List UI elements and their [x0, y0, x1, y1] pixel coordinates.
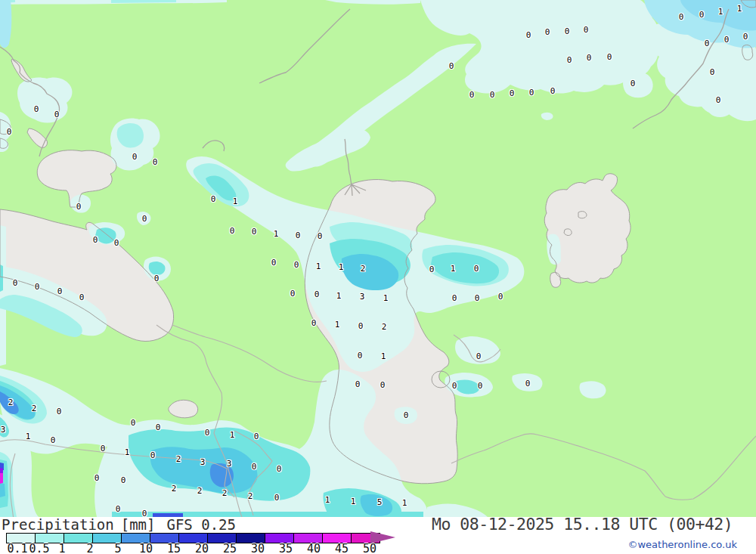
precip-value-label: 0 [57, 407, 62, 416]
precip-value-label: 0 [510, 89, 515, 97]
precip-value-label: 0 [716, 96, 721, 104]
precip-value-label: 0 [296, 231, 301, 240]
precip-value-label: 0 [101, 444, 106, 453]
legend-tick-label: 10 [139, 542, 153, 554]
precip-value-label: 0 [150, 451, 156, 460]
precip-value-label: 0 [679, 13, 684, 21]
precip-level-40 [0, 473, 3, 484]
precip-value-label: 0 [7, 128, 12, 136]
precip-value-label: 0 [526, 31, 531, 39]
precip-value-label: 2 [176, 455, 181, 463]
precip-value-label: 0 [490, 91, 495, 99]
precip-value-label: 2 [32, 404, 37, 413]
legend-tick-label: 40 [307, 542, 321, 554]
precip-value-label: 1 [230, 431, 235, 439]
precip-value-label: 0 [567, 56, 572, 64]
legend-tick-label: 5 [114, 542, 121, 554]
precip-value-label: 1 [402, 499, 407, 507]
legend-unit: [mm] [121, 516, 156, 533]
precip-value-label: 0 [710, 68, 715, 76]
precip-value-label: 0 [380, 381, 386, 389]
precip-value-label: 0 [252, 463, 257, 471]
precip-value-label: 0 [57, 287, 63, 296]
precip-value-label: 1 [233, 197, 238, 206]
legend-model: GFS 0.25 [166, 516, 236, 533]
precip-value-label: 1 [718, 8, 723, 16]
precip-value-label: 0 [142, 215, 147, 223]
precip-value-label: 3 [360, 292, 365, 301]
legend-tick-label: 35 [279, 542, 293, 554]
precip-value-label: 3 [200, 458, 206, 466]
precip-value-label: 1 [351, 497, 356, 506]
precip-value-label: 0 [584, 26, 589, 34]
precip-value-label: 2 [382, 323, 387, 331]
precip-value-label: 0 [35, 283, 40, 291]
precip-value-label: 0 [358, 351, 363, 360]
legend-tick-label: 25 [223, 542, 237, 554]
precip-value-label: 1 [383, 294, 389, 302]
precip-value-label: 0 [277, 465, 282, 473]
precip-value-label: 0 [230, 227, 235, 235]
precip-value-label: 0 [529, 88, 534, 97]
precip-value-label: 1 [339, 263, 344, 271]
precip-value-label: 0 [404, 411, 409, 419]
precip-value-label: 0 [565, 27, 570, 36]
precip-value-label: 0 [79, 293, 85, 302]
precip-value-label: 0 [476, 352, 482, 361]
precip-value-label: 0 [587, 54, 592, 62]
precip-value-label: 1 [737, 5, 742, 13]
precip-value-label: 0 [452, 382, 457, 390]
precip-value-label: 0 [545, 28, 550, 36]
legend-tick-label: 1 [58, 542, 65, 554]
precip-value-label: 0 [724, 36, 730, 44]
precip-value-label: 0 [699, 11, 705, 19]
precip-value-label: 1 [316, 262, 321, 271]
precip-value-label: 0 [478, 382, 483, 390]
precip-value-label: 0 [34, 105, 39, 113]
credit-link[interactable]: ©weatheronline.co.uk [627, 539, 737, 550]
precip-value-label: 0 [156, 423, 161, 432]
precip-value-label: 0 [290, 289, 296, 298]
precip-value-label: 0 [205, 429, 210, 437]
precip-value-label: 0 [114, 239, 119, 247]
precip-value-label: 0 [274, 494, 280, 502]
precip-value-label: 1 [26, 432, 31, 441]
precip-value-label: 0 [452, 294, 457, 302]
precip-value-label: 0 [54, 110, 60, 119]
precip-value-label: 0 [51, 436, 56, 444]
precip-value-label: 0 [76, 203, 82, 211]
precip-value-label: 0 [525, 379, 531, 388]
legend-tick-label: 50 [363, 542, 376, 554]
precip-value-label: 3 [1, 426, 6, 434]
legend-tick-label: 45 [335, 542, 349, 554]
precip-value-label: 0 [121, 476, 126, 484]
legend-tick-label: 15 [167, 542, 181, 554]
precip-value-label: 0 [271, 258, 277, 267]
precip-value-label: 1 [451, 265, 456, 273]
precip-value-label: 0 [607, 53, 612, 61]
precip-value-label: 1 [125, 448, 130, 457]
precip-value-label: 0 [314, 290, 320, 299]
precip-value-label: 0 [153, 158, 158, 166]
precip-value-label: 0 [132, 153, 138, 161]
precip-value-label: 0 [429, 265, 435, 274]
precip-value-label: 0 [355, 380, 361, 388]
precip-value-label: 0 [254, 432, 259, 441]
legend-tick-label: 0.5 [29, 542, 49, 554]
precip-value-label: 0 [550, 87, 556, 95]
precip-value-label: 1 [381, 352, 386, 361]
precip-value-label: 0 [475, 294, 480, 302]
precip-value-label: 2 [8, 398, 14, 407]
precip-value-label: 0 [131, 419, 136, 427]
precip-value-label: 0 [154, 274, 160, 283]
precip-value-label: 0 [211, 195, 216, 203]
precip-value-label: 1 [274, 230, 279, 238]
legend-tick-label: 30 [251, 542, 265, 554]
precip-level-30 [0, 468, 3, 473]
map-canvas [0, 0, 756, 517]
precip-value-label: 5 [377, 498, 383, 506]
precip-value-label: 0 [743, 32, 748, 41]
precip-value-label: 1 [325, 496, 330, 504]
precip-value-label: 1 [336, 292, 342, 300]
precip-value-label: 0 [498, 292, 503, 301]
